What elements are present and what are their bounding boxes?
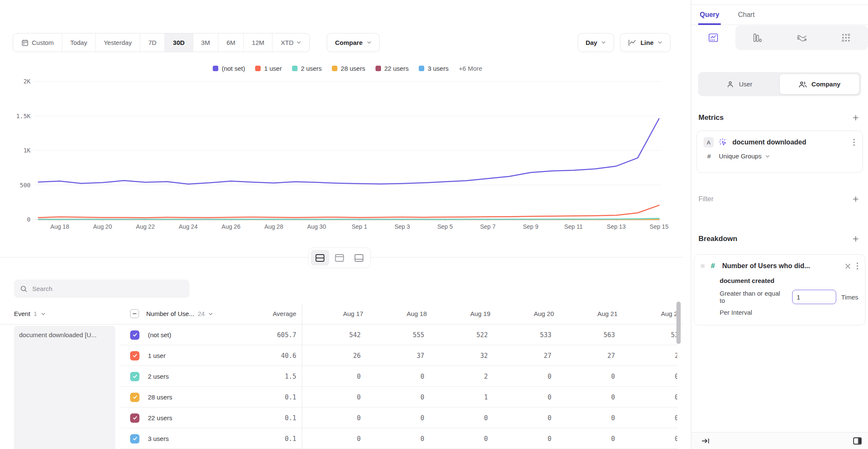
cell-value: 37: [366, 352, 429, 360]
cell-value: 0: [556, 435, 620, 443]
legend-more[interactable]: +6 More: [459, 65, 482, 72]
add-filter-button[interactable]: [851, 194, 861, 204]
scope-user-button[interactable]: User: [700, 74, 779, 94]
range-xtd[interactable]: XTD: [272, 33, 309, 52]
range-30d[interactable]: 30D: [164, 33, 193, 52]
breakdown-event-name[interactable]: document created: [720, 277, 859, 284]
cell-value: 0: [366, 394, 429, 401]
panel-layout-button[interactable]: [853, 437, 862, 445]
metric-card[interactable]: A document downloaded # Unique Groups: [696, 130, 863, 173]
compare-label: Compare: [335, 39, 362, 46]
metric-event-name[interactable]: document downloaded: [732, 139, 847, 146]
interval-button[interactable]: Day: [578, 33, 615, 52]
drag-handle-icon[interactable]: [700, 263, 705, 269]
range-custom[interactable]: Custom: [13, 33, 62, 52]
series-checkbox[interactable]: [130, 351, 139, 360]
layout-table-only-button[interactable]: [350, 250, 368, 266]
breakdown-section-header: Breakdown: [698, 234, 861, 244]
compare-button[interactable]: Compare: [327, 33, 379, 52]
add-breakdown-button[interactable]: [851, 234, 861, 244]
layout-chart-only-button[interactable]: [330, 250, 349, 266]
chevron-down-icon: [41, 311, 46, 316]
range-yesterday[interactable]: Yesterday: [95, 33, 140, 52]
metrics-title: Metrics: [698, 114, 724, 122]
range-7d[interactable]: 7D: [140, 33, 164, 52]
legend-swatch: [292, 66, 298, 71]
metric-menu-button[interactable]: [852, 138, 856, 147]
tab-chart[interactable]: Chart: [737, 5, 755, 25]
collapse-panel-button[interactable]: [701, 438, 710, 444]
event-group-cell[interactable]: document downloaded [U...: [14, 326, 115, 449]
table-search: [14, 280, 189, 298]
series-label: 3 users: [146, 435, 237, 442]
legend-label: 22 users: [384, 65, 409, 72]
cell-value: 0: [429, 435, 493, 443]
legend-label: 3 users: [428, 65, 448, 72]
condition-value-input[interactable]: [792, 290, 836, 304]
select-all-checkbox[interactable]: [130, 309, 139, 318]
measure-selector[interactable]: Unique Groups: [719, 152, 770, 160]
remove-breakdown-button[interactable]: [843, 262, 852, 271]
series-checkbox[interactable]: [130, 393, 139, 402]
series-label: 28 users: [146, 394, 237, 401]
legend-item[interactable]: 3 users: [419, 65, 448, 72]
series-checkbox[interactable]: [130, 434, 139, 443]
scope-company-button[interactable]: Company: [779, 74, 860, 94]
date-column-header: Aug 22: [620, 310, 677, 317]
range-label: Today: [70, 39, 87, 46]
range-label: Custom: [32, 39, 54, 46]
cell-value: 0: [620, 373, 677, 380]
chart-type-grid-button[interactable]: [824, 25, 868, 50]
svg-text:Aug 24: Aug 24: [179, 223, 198, 230]
table-scrollbar-thumb[interactable]: [676, 302, 681, 344]
breakdown-menu-button[interactable]: [856, 261, 859, 271]
flow-chart-icon: [796, 33, 808, 43]
measure-symbol: #: [705, 152, 713, 160]
group-header-label: Number of Use...: [146, 310, 194, 317]
svg-text:Sep 5: Sep 5: [437, 223, 453, 230]
range-label: 7D: [148, 39, 156, 46]
range-3m[interactable]: 3M: [193, 33, 218, 52]
legend-item[interactable]: 22 users: [376, 65, 409, 72]
add-metric-button[interactable]: [851, 113, 861, 123]
search-input[interactable]: [32, 285, 184, 292]
legend-item[interactable]: 1 user: [255, 65, 282, 72]
range-12m[interactable]: 12M: [243, 33, 272, 52]
tab-query[interactable]: Query: [699, 5, 720, 25]
range-today[interactable]: Today: [62, 33, 95, 52]
series-checkbox[interactable]: [130, 330, 139, 340]
legend-swatch: [332, 66, 337, 71]
legend-item[interactable]: 2 users: [292, 65, 322, 72]
average-value: 0.1: [237, 394, 296, 401]
date-column-header: Aug 18: [366, 310, 429, 317]
series-checkbox[interactable]: [130, 413, 139, 423]
series-checkbox[interactable]: [130, 372, 139, 381]
cell-value: 555: [366, 331, 429, 339]
chart-type-flow-button[interactable]: [780, 25, 824, 50]
scope-company-label: Company: [812, 80, 840, 88]
chart-type-line-button[interactable]: [691, 25, 735, 50]
cell-value: 0: [620, 414, 677, 422]
svg-text:Aug 30: Aug 30: [307, 223, 326, 230]
breakdown-card-title[interactable]: Number of Users who did...: [722, 262, 840, 270]
legend-label: 28 users: [341, 65, 365, 72]
chart-type-bar-button[interactable]: [735, 25, 779, 50]
event-column-header[interactable]: Event 1: [0, 310, 129, 317]
cell-value: 0: [493, 414, 556, 422]
per-interval-label[interactable]: Per Interval: [720, 309, 859, 316]
date-column-header: Aug 21: [556, 310, 620, 317]
chart-type-button[interactable]: Line: [620, 33, 670, 52]
metrics-section-header: Metrics: [698, 113, 861, 123]
layout-split-button[interactable]: [311, 250, 329, 266]
legend-item[interactable]: (not set): [213, 65, 245, 72]
svg-text:Aug 28: Aug 28: [264, 223, 284, 230]
legend-item[interactable]: 28 users: [332, 65, 365, 72]
legend-swatch: [419, 66, 424, 71]
date-range-group: CustomTodayYesterday7D30D3M6M12MXTD: [13, 33, 310, 52]
range-6m[interactable]: 6M: [218, 33, 243, 52]
group-column-header[interactable]: Number of Use... 24: [146, 310, 237, 317]
kebab-icon: [857, 262, 858, 270]
svg-text:Sep 3: Sep 3: [395, 223, 410, 230]
condition-label: Greater than or equal to: [720, 290, 787, 304]
user-icon: [726, 80, 734, 88]
